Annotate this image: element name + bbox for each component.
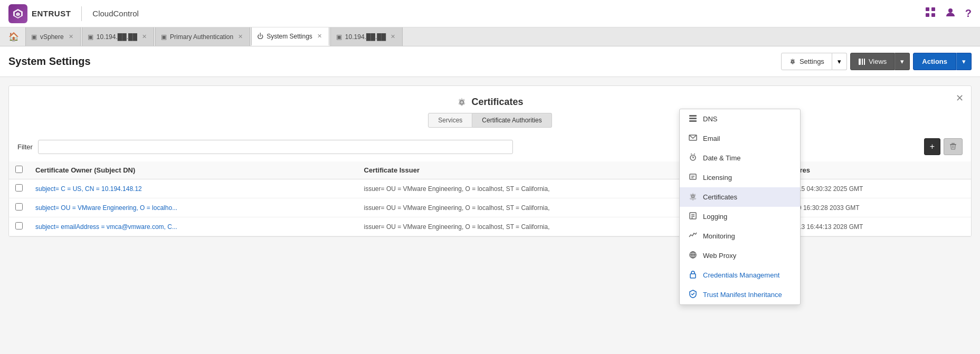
svg-rect-6 (931, 13, 935, 17)
actions-dropdown-button[interactable]: ▾ (956, 53, 972, 70)
licensing-label: Licensing (703, 174, 732, 181)
tab-ip2-close[interactable]: ✕ (389, 33, 397, 41)
svg-rect-4 (931, 7, 935, 11)
monitoring-label: Monitoring (703, 232, 735, 240)
delete-button[interactable] (944, 138, 963, 155)
filter-actions: + (924, 138, 963, 155)
row-checkbox-1[interactable] (15, 203, 23, 211)
logo-area: ENTRUST (8, 4, 71, 23)
filter-input[interactable] (38, 140, 513, 154)
monitoring-icon (688, 231, 698, 241)
page-header: System Settings Settings ▾ Views ▾ (0, 46, 980, 77)
panel-close-button[interactable]: ✕ (956, 92, 964, 104)
tab-certificate-authorities[interactable]: Certificate Authorities (472, 113, 551, 128)
svg-rect-36 (690, 274, 696, 278)
top-nav: ENTRUST CloudControl ? (0, 0, 980, 27)
tab-ip1-close[interactable]: ✕ (140, 33, 148, 41)
actions-button[interactable]: Actions (913, 53, 956, 70)
app-name: CloudControl (92, 9, 139, 18)
tab-vsphere-close[interactable]: ✕ (67, 33, 75, 41)
tab-ip1[interactable]: ▣ 10.194.██.██ ✕ (82, 27, 154, 46)
datetime-label: Date & Time (703, 154, 741, 162)
menu-item-dns[interactable]: DNS (680, 109, 800, 129)
col-header-check (9, 161, 29, 179)
user-icon[interactable] (945, 7, 956, 20)
panel-title: Certificates (471, 97, 523, 108)
web-proxy-icon (688, 251, 698, 261)
tab-home[interactable]: 🏠 (2, 27, 25, 46)
datetime-icon (688, 153, 698, 163)
menu-item-certificates[interactable]: Certificates (680, 187, 800, 207)
email-icon (688, 133, 698, 143)
svg-rect-9 (859, 59, 861, 65)
tab-services-label: Services (438, 117, 462, 124)
menu-item-email[interactable]: Email (680, 129, 800, 148)
menu-item-credentials[interactable]: Credentials Management (680, 265, 800, 285)
credentials-label: Credentials Management (703, 271, 779, 279)
settings-dropdown-menu: DNS Email Date & Time Licensing Certific… (679, 109, 801, 305)
tab-system-settings-icon: ⏻ (257, 33, 263, 40)
views-icon (858, 58, 865, 65)
tab-system-settings-close[interactable]: ✕ (316, 32, 324, 40)
certificates-panel: ✕ Certificates Services Certificate Auth… (8, 85, 972, 237)
svg-rect-3 (926, 7, 929, 11)
row-checkbox-cell (9, 179, 29, 198)
panel-header: Certificates (9, 86, 971, 113)
settings-dropdown-button[interactable]: ▾ (832, 53, 847, 70)
menu-item-trust-manifest[interactable]: Trust Manifest Inheritance (680, 285, 800, 304)
cell-expires-2: Mar 13 16:44:13 2028 GMT (779, 217, 971, 236)
logging-icon (688, 212, 698, 222)
tab-ip2-label: 10.194.██.██ (345, 33, 386, 41)
panel-gear-icon (456, 97, 467, 108)
svg-rect-19 (689, 120, 697, 122)
row-checkbox-2[interactable] (15, 222, 23, 229)
menu-item-monitoring[interactable]: Monitoring (680, 226, 800, 246)
tab-system-settings[interactable]: ⏻ System Settings ✕ (251, 27, 329, 46)
settings-button[interactable]: Settings (781, 53, 832, 70)
table-row: subject= C = US, CN = 10.194.148.12 issu… (9, 179, 971, 198)
menu-item-licensing[interactable]: Licensing (680, 168, 800, 187)
add-button[interactable]: + (924, 138, 940, 155)
filter-row: Filter + (9, 134, 971, 161)
certificates-icon (688, 192, 698, 202)
views-button[interactable]: Views (850, 53, 895, 70)
delete-icon (949, 142, 957, 150)
tab-services[interactable]: Services (428, 113, 472, 128)
select-all-checkbox[interactable] (15, 166, 23, 173)
menu-item-datetime[interactable]: Date & Time (680, 148, 800, 168)
table-row: subject= emailAddress = vmca@vmware.com,… (9, 217, 971, 236)
settings-gear-icon (789, 58, 796, 65)
tab-vsphere[interactable]: ▣ vSphere ✕ (25, 27, 81, 46)
certificate-table: Certificate Owner (Subject DN) Certifica… (9, 161, 971, 236)
menu-item-web-proxy[interactable]: Web Proxy (680, 246, 800, 265)
cell-owner-2[interactable]: subject= emailAddress = vmca@vmware.com,… (29, 217, 358, 236)
svg-rect-18 (689, 118, 697, 119)
grid-icon[interactable] (925, 7, 936, 20)
help-icon[interactable]: ? (965, 7, 972, 20)
tab-ip2-icon: ▣ (336, 33, 342, 41)
tab-primary-auth-close[interactable]: ✕ (236, 33, 244, 41)
tab-primary-auth[interactable]: ▣ Primary Authentication ✕ (155, 27, 250, 46)
tab-vsphere-label: vSphere (40, 33, 64, 41)
col-header-owner: Certificate Owner (Subject DN) (29, 161, 358, 179)
tab-primary-auth-icon: ▣ (161, 33, 167, 41)
menu-item-logging[interactable]: Logging (680, 207, 800, 226)
svg-rect-24 (690, 174, 696, 179)
tab-system-settings-label: System Settings (267, 33, 312, 40)
svg-point-7 (948, 8, 953, 13)
dns-label: DNS (703, 115, 717, 123)
tab-cert-auth-label: Certificate Authorities (482, 117, 541, 124)
row-checkbox-0[interactable] (15, 184, 23, 192)
svg-rect-14 (952, 143, 955, 144)
page-title: System Settings (8, 55, 91, 68)
views-dropdown-button[interactable]: ▾ (895, 53, 910, 70)
content-area: ✕ Certificates Services Certificate Auth… (0, 77, 980, 245)
tab-vsphere-icon: ▣ (31, 33, 37, 41)
cell-owner-0[interactable]: subject= C = US, CN = 10.194.148.12 (29, 179, 358, 198)
logo-name: ENTRUST (32, 9, 71, 18)
dns-icon (688, 114, 698, 124)
cell-owner-1[interactable]: subject= OU = VMware Engineering, O = lo… (29, 198, 358, 217)
row-checkbox-cell (9, 217, 29, 236)
tab-ip2[interactable]: ▣ 10.194.██.██ ✕ (330, 27, 403, 46)
main-area: System Settings Settings ▾ Views ▾ (0, 46, 980, 354)
